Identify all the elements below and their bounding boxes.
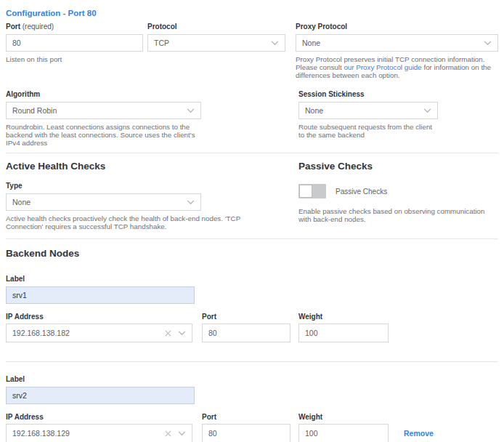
proxy-protocol-field-group: Proxy Protocol None Proxy Protocol prese… <box>296 23 498 79</box>
proxy-protocol-helper-text: Proxy Protocol preserves initial TCP con… <box>296 55 498 79</box>
backend-nodes-heading: Backend Nodes <box>6 248 498 260</box>
session-stickiness-select-value: None <box>305 106 323 115</box>
protocol-select-value: TCP <box>154 39 169 47</box>
node-ip-field-group: IP Address 192.168.138.129 <box>6 413 192 442</box>
passive-checks-toggle-row: Passive Checks <box>298 184 498 198</box>
protocol-select[interactable]: TCP <box>147 34 285 52</box>
node-weight-field-group: Weight <box>298 413 389 442</box>
node-label-input[interactable] <box>6 387 195 404</box>
health-check-type-label: Type <box>6 182 201 190</box>
chevron-down-icon <box>423 108 431 113</box>
section-divider <box>6 153 498 153</box>
port-required-text: (required) <box>23 23 54 31</box>
port-protocol-row: Port (required) Listen on this port Prot… <box>6 23 498 79</box>
protocol-field-group: Protocol TCP <box>147 23 285 52</box>
node-weight-field-group: Weight <box>298 313 389 342</box>
algorithm-stickiness-row: Algorithm Round Robin Roundrobin. Least … <box>6 90 498 147</box>
node-label-label: Label <box>6 275 195 284</box>
node-ip-select[interactable]: 192.168.138.129 <box>6 424 192 442</box>
active-health-checks-section: Active Health Checks Type None Active he… <box>6 161 298 230</box>
node-divider <box>6 361 498 362</box>
algorithm-helper-text: Roundrobin. Least connections assigns co… <box>6 123 201 147</box>
node-ip-label: IP Address <box>6 313 192 321</box>
proxy-protocol-select-value: None <box>302 39 320 47</box>
x-clear-icon[interactable] <box>165 330 171 337</box>
chevron-down-icon[interactable] <box>178 331 186 336</box>
node-ip-select[interactable]: 192.168.138.182 <box>6 324 192 342</box>
session-stickiness-select[interactable]: None <box>298 102 438 119</box>
algorithm-select-value: Round Robin <box>12 106 57 115</box>
node-weight-input[interactable] <box>298 424 389 442</box>
section-divider <box>6 238 498 239</box>
health-check-type-select-value: None <box>12 198 31 206</box>
session-stickiness-field-group: Session Stickiness None Route subsequent… <box>298 90 438 139</box>
proxy-protocol-guide-link[interactable]: our Proxy Protocol guide <box>344 63 421 71</box>
node-label-field-group: Label <box>6 275 195 304</box>
active-health-checks-heading: Active Health Checks <box>6 161 298 172</box>
chevron-down-icon <box>187 108 195 113</box>
node-port-label: Port <box>202 313 290 321</box>
node-weight-label: Weight <box>298 413 389 422</box>
backend-node-1: Label IP Address 192.168.138.182 <box>6 275 498 342</box>
x-clear-icon[interactable] <box>165 430 171 437</box>
proxy-protocol-label: Proxy Protocol <box>296 23 498 31</box>
session-stickiness-label: Session Stickiness <box>298 90 438 99</box>
health-check-type-select[interactable]: None <box>6 193 201 211</box>
port-input[interactable] <box>6 34 143 52</box>
chevron-down-icon[interactable] <box>178 431 186 436</box>
algorithm-label: Algorithm <box>6 90 201 99</box>
node-port-label: Port <box>202 413 290 422</box>
node-port-field-group: Port <box>202 313 290 342</box>
node-ip-select-value: 192.168.138.182 <box>12 329 70 337</box>
passive-checks-heading: Passive Checks <box>298 161 498 172</box>
node-label-label: Label <box>6 375 195 384</box>
passive-checks-section: Passive Checks Passive Checks Enable pas… <box>298 161 498 223</box>
session-stickiness-helper-text: Route subsequent requests from the clien… <box>298 123 438 139</box>
node-address-row: IP Address 192.168.138.129 Port <box>6 413 498 442</box>
port-field-group: Port (required) Listen on this port <box>6 23 143 63</box>
algorithm-select[interactable]: Round Robin <box>6 102 201 119</box>
node-weight-input[interactable] <box>298 324 389 342</box>
chevron-down-icon <box>271 41 279 46</box>
algorithm-field-group: Algorithm Round Robin Roundrobin. Least … <box>6 90 201 147</box>
protocol-label: Protocol <box>147 23 285 31</box>
port-label-text: Port <box>6 23 20 31</box>
toggle-knob <box>299 185 312 198</box>
proxy-protocol-select[interactable]: None <box>296 34 498 52</box>
nodebalancer-config-panel: Configuration - Port 80 Port (required) … <box>0 0 504 442</box>
passive-checks-helper-text: Enable passive checks based on observing… <box>298 207 498 223</box>
node-ip-select-value: 192.168.138.129 <box>12 429 70 438</box>
node-ip-field-group: IP Address 192.168.138.182 <box>6 313 192 342</box>
port-helper-text: Listen on this port <box>6 55 143 63</box>
chevron-down-icon <box>484 41 492 46</box>
remove-node-button[interactable]: Remove <box>404 429 434 438</box>
node-port-input[interactable] <box>202 324 290 342</box>
node-address-row: IP Address 192.168.138.182 Port <box>6 313 498 342</box>
node-ip-label: IP Address <box>6 413 192 422</box>
node-port-input[interactable] <box>202 424 290 442</box>
backend-node-2: Label IP Address 192.168.138.129 <box>6 375 498 442</box>
config-title-link[interactable]: Configuration - Port 80 <box>6 8 97 18</box>
node-port-field-group: Port <box>202 413 290 442</box>
node-weight-label: Weight <box>298 313 389 321</box>
health-checks-row: Active Health Checks Type None Active he… <box>6 161 498 230</box>
passive-checks-toggle-label: Passive Checks <box>336 188 387 196</box>
health-check-type-field-group: Type None <box>6 182 201 211</box>
active-health-checks-helper-text: Active health checks proactively check t… <box>6 214 256 230</box>
chevron-down-icon <box>187 200 195 205</box>
passive-checks-toggle[interactable] <box>298 184 326 198</box>
port-label: Port (required) <box>6 23 143 31</box>
node-label-input[interactable] <box>6 286 195 304</box>
node-label-field-group: Label <box>6 375 195 404</box>
